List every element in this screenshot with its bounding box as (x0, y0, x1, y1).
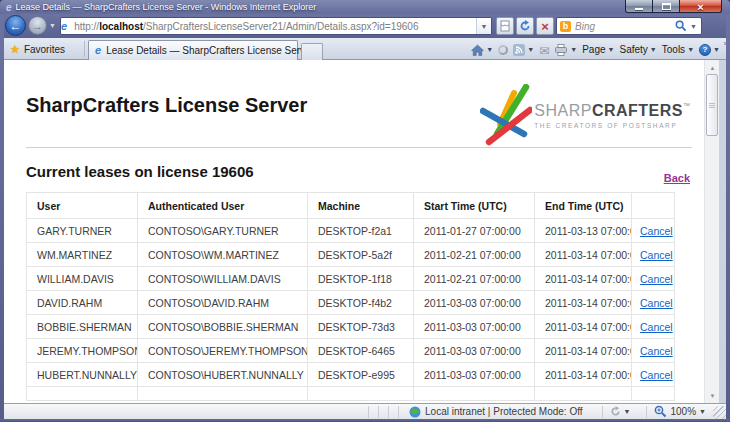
browser-window: Lease Details — SharpCrafters License Se… (0, 0, 730, 422)
auth-user-cell: CONTOSO\DAVID.RAHM (138, 291, 308, 315)
logo-tagline: THE CREATORS OF POSTSHARP (534, 122, 690, 129)
safety-menu[interactable]: Safety▼ (619, 44, 656, 55)
tab-favicon (95, 45, 101, 56)
cancel-link[interactable]: Cancel (640, 345, 673, 357)
webpage-content: SharpCrafters License Server SHARPCRAFTE… (4, 60, 704, 403)
minimize-button[interactable] (625, 0, 653, 13)
tools-menu[interactable]: Tools▼ (662, 44, 694, 55)
machine-cell: DESKTOP-5a2f (308, 243, 414, 267)
search-options-dropdown[interactable]: ▼ (690, 23, 697, 30)
favorites-star-icon (10, 43, 20, 56)
stop-button[interactable] (536, 17, 554, 35)
home-button[interactable]: ▼ (471, 44, 493, 56)
page-margin-strip (719, 60, 726, 403)
logo-brand-crafters: CRAFTERS (592, 102, 683, 119)
cancel-link[interactable]: Cancel (640, 369, 673, 381)
help-menu[interactable]: ▼ (699, 44, 720, 56)
page-viewport: SharpCrafters License Server SHARPCRAFTE… (4, 60, 726, 403)
status-bar: Local intranet | Protected Mode: Off ▼ 1… (4, 403, 726, 419)
scroll-up-icon[interactable] (705, 60, 720, 75)
forward-button[interactable] (28, 16, 47, 35)
compatibility-view-button[interactable] (496, 17, 514, 35)
end-time-cell: 2011-03-13 07:00:00 (535, 219, 632, 243)
resize-grip[interactable] (713, 406, 726, 419)
vertical-scrollbar[interactable] (704, 60, 719, 403)
favorites-button[interactable]: Favorites (4, 41, 71, 58)
machine-cell: DESKTOP-f2a1 (308, 219, 414, 243)
page-menu[interactable]: Page▼ (582, 44, 614, 55)
zoom-level: 100% (670, 406, 696, 417)
cancel-link[interactable]: Cancel (640, 297, 673, 309)
column-header-user: User (27, 193, 138, 219)
scrollbar-thumb[interactable] (706, 74, 718, 136)
search-icon[interactable] (675, 20, 687, 32)
logo-trademark: ™ (683, 102, 690, 109)
tools-menu-label: Tools (662, 44, 685, 55)
auth-user-cell: CONTOSO\WM.MARTINEZ (138, 243, 308, 267)
tab-lease-details[interactable]: Lease Details — SharpCrafters License Se… (88, 40, 298, 60)
zoom-dropdown[interactable]: ▼ (699, 408, 706, 415)
separator (84, 41, 85, 57)
url-text: http://localhost/SharpCraftersLicenseSer… (74, 21, 476, 32)
navigation-bar: ▼ http://localhost/SharpCraftersLicenseS… (0, 14, 730, 38)
minimize-icon (635, 8, 643, 10)
print-dropdown[interactable]: ▼ (570, 46, 577, 53)
scroll-down-icon[interactable] (705, 388, 720, 403)
recent-pages-dropdown[interactable]: ▼ (49, 22, 56, 29)
printer-icon (554, 44, 568, 56)
cancel-link[interactable]: Cancel (640, 225, 673, 237)
close-button[interactable] (680, 0, 722, 13)
tab-bar: Favorites Lease Details — SharpCrafters … (0, 38, 730, 60)
command-bar: ▼ ▼ ▼ Page▼ (471, 41, 720, 58)
zoom-control[interactable]: 100% ▼ (647, 405, 713, 418)
user-cell: DAVID.RAHM (27, 291, 138, 315)
address-bar[interactable]: http://localhost/SharpCraftersLicenseSer… (60, 17, 492, 35)
favorites-label: Favorites (24, 44, 65, 55)
search-input[interactable]: Bing (575, 21, 675, 32)
cancel-link[interactable]: Cancel (640, 273, 673, 285)
safety-menu-label: Safety (619, 44, 647, 55)
rss-dropdown[interactable]: ▼ (527, 46, 534, 53)
end-time-cell: 2011-03-14 07:00:00 (535, 363, 632, 387)
refresh-button[interactable] (516, 17, 534, 35)
home-icon (471, 44, 484, 56)
auth-user-cell: CONTOSO\GARY.TURNER (138, 219, 308, 243)
page-menu-label: Page (582, 44, 605, 55)
start-time-cell: 2011-03-03 07:00:00 (414, 315, 535, 339)
leases-table: User Authenticated User Machine Start Ti… (26, 192, 675, 401)
auth-user-cell: CONTOSO\WILLIAM.DAVIS (138, 267, 308, 291)
compatibility-status-icon (610, 406, 621, 417)
read-mail-button[interactable] (539, 41, 549, 59)
table-row-partial (27, 387, 675, 401)
end-time-cell: 2011-03-14 07:00:00 (535, 339, 632, 363)
start-time-cell: 2011-02-21 07:00:00 (414, 243, 535, 267)
status-separator (593, 406, 603, 418)
compatibility-status-dropdown[interactable]: ▼ (624, 408, 631, 415)
user-cell: BOBBIE.SHERMAN (27, 315, 138, 339)
sharpcrafters-logo: SHARPCRAFTERS™ THE CREATORS OF POSTSHARP (480, 84, 690, 146)
feeds-button[interactable] (498, 45, 508, 55)
maximize-button[interactable] (653, 0, 680, 13)
new-tab-button[interactable] (301, 43, 323, 60)
title-bar: Lease Details — SharpCrafters License Se… (0, 0, 730, 14)
help-dropdown: ▼ (713, 46, 720, 53)
table-row: GARY.TURNER CONTOSO\GARY.TURNER DESKTOP-… (27, 219, 675, 243)
zoom-magnifier-icon (654, 405, 667, 418)
address-dropdown[interactable]: ▼ (476, 18, 491, 34)
rss-icon (513, 44, 525, 56)
search-box[interactable]: Bing ▼ (556, 17, 702, 35)
cancel-link[interactable]: Cancel (640, 249, 673, 261)
table-row: DAVID.RAHM CONTOSO\DAVID.RAHM DESKTOP-f4… (27, 291, 675, 315)
back-button[interactable] (5, 15, 26, 36)
globe-icon (409, 406, 421, 418)
back-link[interactable]: Back (664, 172, 690, 184)
cancel-link[interactable]: Cancel (640, 321, 673, 333)
home-dropdown[interactable]: ▼ (486, 46, 493, 53)
stop-icon (541, 17, 549, 35)
window-frame-right (726, 14, 730, 422)
print-button[interactable]: ▼ (554, 44, 577, 56)
help-icon (699, 44, 711, 56)
user-cell: WILLIAM.DAVIS (27, 267, 138, 291)
compatibility-status-button[interactable]: ▼ (603, 406, 638, 417)
rss-button[interactable]: ▼ (513, 44, 534, 56)
